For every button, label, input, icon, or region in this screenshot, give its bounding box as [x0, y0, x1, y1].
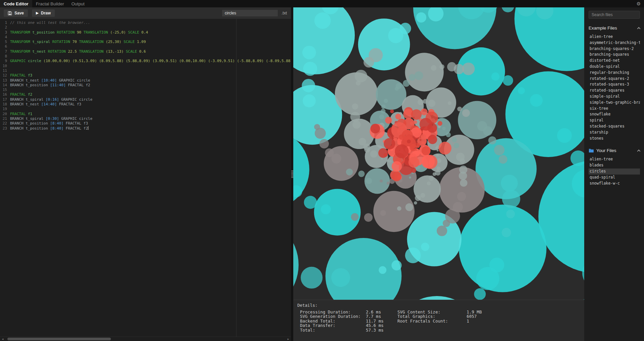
file-item-regular-branching[interactable]: regular-branching — [589, 70, 640, 76]
code-line[interactable]: GRAPHIC circle (10.00,0.00) (9.51,3.09) … — [10, 59, 291, 63]
your-files-header[interactable]: Your Files — [589, 148, 640, 153]
file-item-rotated-squares-2[interactable]: rotated-squares-2 — [589, 76, 640, 82]
details-row: Processing Duration:2.6 msSVG Content Si… — [297, 309, 580, 314]
scrollbar-thumb[interactable] — [7, 338, 111, 340]
file-sidebar: Example Files alien-treeasymmetric-branc… — [584, 7, 644, 341]
code-line[interactable] — [10, 88, 291, 92]
code-line[interactable]: FRACTAL f3 — [10, 73, 291, 78]
code-line[interactable] — [10, 64, 291, 68]
splitter-grip-icon — [291, 170, 293, 178]
file-item-branching-squares[interactable]: branching-squares — [589, 52, 640, 58]
file-item-simple-two-graphic-bra[interactable]: simple-two-graphic-bra — [589, 100, 640, 106]
your-files-list: alien-treebladescirclesquad-spiralsnowfl… — [589, 156, 640, 186]
line-number: 8 — [0, 54, 7, 59]
line-number: 9 — [0, 59, 7, 63]
line-number: 14 — [0, 83, 7, 88]
line-number: 16 — [0, 92, 7, 97]
folder-icon — [589, 148, 594, 153]
line-number: 10 — [0, 64, 7, 68]
line-number: 18 — [0, 102, 7, 107]
filename-extension: .txt — [282, 11, 287, 15]
file-item-alien-tree[interactable]: alien-tree — [589, 156, 640, 162]
file-item-blades[interactable]: blades — [589, 162, 640, 168]
code-line[interactable]: // this one will test the browser... — [10, 20, 291, 25]
tab-output[interactable]: Output — [68, 0, 88, 7]
file-item-spiral[interactable]: spiral — [589, 117, 640, 124]
line-number: 3 — [0, 30, 7, 35]
line-number: 20 — [0, 112, 7, 116]
details-row: Data Transfer:45.6 ms — [297, 323, 580, 327]
code-line[interactable]: TRANSFORM t_nest ROTATION 22.5 TRANSLATI… — [10, 49, 291, 54]
file-item-quad-spiral[interactable]: quad-spiral — [589, 175, 640, 181]
line-number: 22 — [0, 121, 7, 126]
filename-input[interactable] — [222, 9, 278, 17]
tab-code-editor[interactable]: Code Editor — [0, 0, 32, 7]
draw-button[interactable]: ▶ Draw — [32, 9, 55, 17]
file-item-circles[interactable]: circles — [589, 168, 640, 175]
horizontal-scrollbar[interactable]: ◂ ▸ — [0, 337, 291, 341]
fractal-canvas[interactable] — [293, 7, 584, 300]
code-line[interactable] — [10, 68, 291, 73]
code-line[interactable]: BRANCH t_nest [14:40] FRACTAL f3 — [10, 102, 291, 107]
code-line[interactable]: BRANCH t_position [8:40] FRACTAL f3 — [10, 121, 291, 126]
file-item-double-spiral[interactable]: double-spiral — [589, 64, 640, 70]
search-input[interactable] — [589, 11, 640, 19]
code-line[interactable]: BRANCH t_spiral [0:16] GRAPHIC circle — [10, 97, 291, 102]
file-item-rotated-squares[interactable]: rotated-squares — [589, 88, 640, 94]
line-number: 1 — [0, 20, 7, 25]
file-item-six-tree[interactable]: six-tree — [589, 106, 640, 112]
code-line[interactable] — [10, 107, 291, 111]
file-item-asymmetric-branching-t[interactable]: asymmetric-branching-t — [589, 40, 640, 46]
file-item-snowflake[interactable]: snowflake — [589, 111, 640, 117]
line-number: 6 — [0, 44, 7, 49]
code-line[interactable] — [10, 25, 291, 30]
code-line[interactable]: BRANCH t_position [8:40] FRACTAL f2 — [10, 126, 291, 131]
scroll-right-icon[interactable]: ▸ — [286, 337, 291, 341]
your-files-title: Your Files — [596, 148, 616, 153]
draw-label: Draw — [41, 11, 51, 15]
file-item-snowflake-w-c[interactable]: snowflake-w-c — [589, 181, 640, 187]
details-row: Backend Total:11.7 msRoot Fractals Count… — [297, 319, 580, 323]
code-line[interactable] — [10, 44, 291, 49]
pane-splitter[interactable] — [291, 7, 293, 341]
line-number: 23 — [0, 126, 7, 131]
example-files-header[interactable]: Example Files — [589, 26, 640, 31]
file-item-starship[interactable]: starship — [589, 130, 640, 136]
tab-fractal-builder[interactable]: Fractal Builder — [32, 0, 68, 7]
code-area[interactable]: 1234567891011121314151617181920212223 //… — [0, 19, 291, 337]
line-number: 19 — [0, 107, 7, 111]
code-editor-pane: Save ▶ Draw .txt 12345678910111213141516… — [0, 7, 291, 341]
scroll-left-icon[interactable]: ◂ — [0, 337, 5, 341]
chevron-up-icon — [637, 27, 641, 31]
text-caret — [88, 126, 88, 130]
code-line[interactable] — [10, 54, 291, 59]
save-button[interactable]: Save — [3, 9, 28, 17]
details-row: SVG Generation Duration:7.7 msTotal Grap… — [297, 314, 580, 318]
code-line[interactable]: FRACTAL f1 — [10, 112, 291, 116]
code-line[interactable]: BRANCH t_spiral [0:30] GRAPHIC circle — [10, 116, 291, 121]
code-line[interactable]: BRANCH t_nest [10:40] GRAPHIC circle — [10, 78, 291, 83]
file-item-rotated-squares-3[interactable]: rotated-squares-3 — [589, 82, 640, 88]
file-item-stones[interactable]: stones — [589, 136, 640, 142]
fractal-view-pane: Details: Processing Duration:2.6 msSVG C… — [293, 7, 584, 341]
settings-gear-icon[interactable]: ⚙ — [633, 0, 644, 7]
code-line[interactable] — [10, 35, 291, 40]
line-numbers: 1234567891011121314151617181920212223 — [0, 20, 10, 337]
code-line[interactable]: TRANSFORM t_spiral ROTATION 70 TRANSLATI… — [10, 40, 291, 44]
file-item-alien-tree[interactable]: alien-tree — [589, 34, 640, 40]
file-item-stacked-squares[interactable]: stacked-squares — [589, 124, 640, 130]
save-label: Save — [14, 11, 24, 15]
scrollbar-track[interactable] — [5, 337, 286, 341]
code-line[interactable]: FRACTAL f2 — [10, 92, 291, 97]
code-line[interactable]: TRANSFORM t_position ROTATION 90 TRANSLA… — [10, 30, 291, 35]
file-item-simple-spiral[interactable]: simple-spiral — [589, 94, 640, 100]
line-number: 4 — [0, 35, 7, 40]
line-number: 17 — [0, 97, 7, 102]
details-row: Total:57.3 ms — [297, 328, 580, 332]
file-item-distorted-net[interactable]: distorted-net — [589, 58, 640, 64]
file-item-branching-squares-2[interactable]: branching-squares-2 — [589, 46, 640, 52]
editor-toolbar: Save ▶ Draw .txt — [0, 7, 291, 19]
chevron-up-icon — [637, 150, 641, 153]
code-line[interactable]: BRANCH t_position [11:40] FRACTAL f2 — [10, 83, 291, 88]
line-number: 13 — [0, 78, 7, 83]
